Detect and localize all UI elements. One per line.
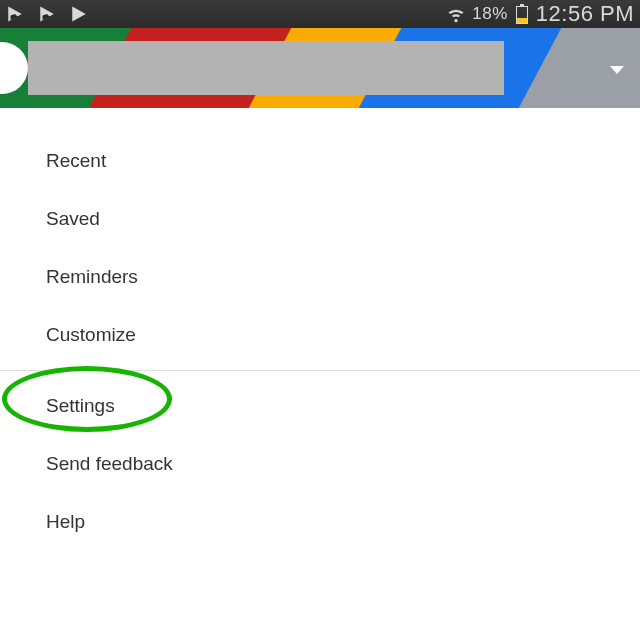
status-right: 18% 12:56 PM (446, 1, 634, 27)
menu-item-saved[interactable]: Saved (0, 190, 640, 248)
status-bar: 18% 12:56 PM (0, 0, 640, 28)
app-header (0, 28, 640, 108)
status-left (6, 5, 88, 23)
clock: 12:56 PM (536, 1, 634, 27)
menu-item-settings[interactable]: Settings (0, 377, 640, 435)
play-music-icon (38, 5, 56, 23)
play-store-icon (70, 5, 88, 23)
play-music-icon (6, 5, 24, 23)
battery-icon (516, 6, 528, 24)
battery-percent: 18% (472, 4, 508, 24)
dropdown-caret-icon[interactable] (610, 66, 624, 74)
menu-item-recent[interactable]: Recent (0, 132, 640, 190)
menu-divider (0, 370, 640, 371)
menu-item-feedback[interactable]: Send feedback (0, 435, 640, 493)
menu-item-reminders[interactable]: Reminders (0, 248, 640, 306)
menu-item-help[interactable]: Help (0, 493, 640, 551)
menu-item-customize[interactable]: Customize (0, 306, 640, 364)
search-input[interactable] (28, 41, 504, 95)
nav-menu: Recent Saved Reminders Customize Setting… (0, 108, 640, 551)
wifi-icon (446, 4, 466, 24)
